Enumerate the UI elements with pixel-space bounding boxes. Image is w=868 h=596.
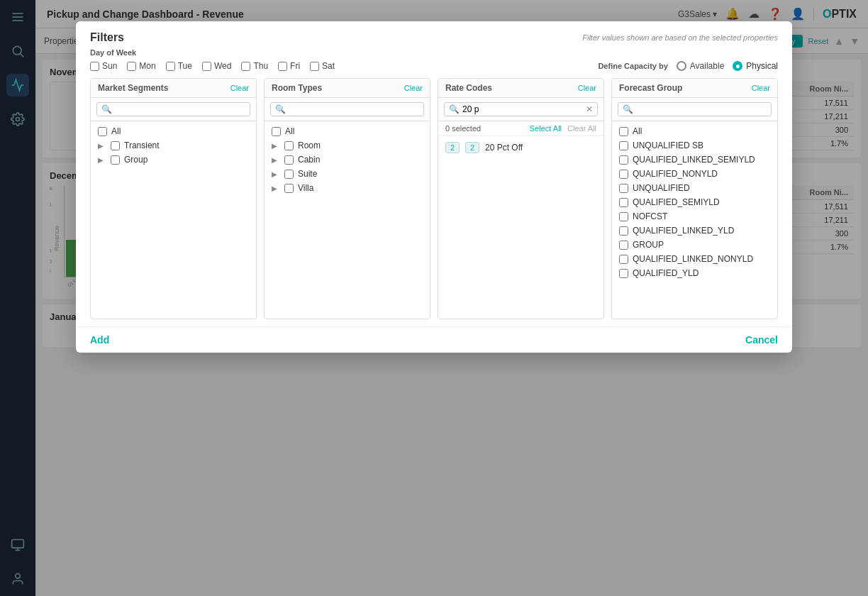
search-icon: 🔍 <box>275 104 286 114</box>
physical-radio[interactable] <box>733 61 742 71</box>
modal-hint: Filter values shown are based on the sel… <box>582 33 778 42</box>
dow-row: Sun Mon Tue Wed Thu Fri Sat Define Capac… <box>90 61 778 71</box>
room-checkbox[interactable] <box>284 141 294 150</box>
dow-sat[interactable]: Sat <box>310 61 335 71</box>
room-types-clear[interactable]: Clear <box>404 84 423 92</box>
dow-wed[interactable]: Wed <box>202 61 231 71</box>
group-checkbox[interactable] <box>111 155 120 165</box>
list-item[interactable]: NOFCST <box>612 209 777 224</box>
market-segments-search-input[interactable] <box>115 104 245 114</box>
modal-header: Filters Filter values shown are based on… <box>76 21 792 48</box>
dow-mon[interactable]: Mon <box>127 61 155 71</box>
room-types-header: Room Types Clear <box>265 79 430 98</box>
modal-title: Filters <box>90 31 124 44</box>
rate-select-all[interactable]: Select All <box>530 124 562 133</box>
list-item[interactable]: QUALIFIED_LINKED_YLD <box>612 224 777 238</box>
all-checkbox[interactable] <box>272 127 281 136</box>
list-item[interactable]: QUALIFIED_SEMIYLD <box>612 195 777 209</box>
modal-overlay: Filters Filter values shown are based on… <box>0 0 868 596</box>
wed-checkbox[interactable] <box>202 62 211 71</box>
list-item[interactable]: ▶ Group <box>91 153 256 167</box>
all-fg-checkbox[interactable] <box>619 127 628 136</box>
search-icon: 🔍 <box>101 104 112 114</box>
market-segments-panel: Market Segments Clear 🔍 All ▶ <box>90 78 257 319</box>
forecast-group-panel: Forecast Group Clear 🔍 All <box>611 78 778 319</box>
add-button[interactable]: Add <box>90 334 109 346</box>
expand-icon[interactable]: ▶ <box>272 142 280 150</box>
list-item[interactable]: All <box>265 124 430 138</box>
rate-search-clear-icon[interactable]: ✕ <box>586 104 593 114</box>
list-item[interactable]: GROUP <box>612 238 777 252</box>
all-checkbox[interactable] <box>98 127 107 136</box>
rate-codes-clear[interactable]: Clear <box>578 84 596 92</box>
list-item[interactable]: ▶ Room <box>265 138 430 153</box>
sat-checkbox[interactable] <box>310 62 319 71</box>
room-types-panel: Room Types Clear 🔍 All ▶ <box>264 78 430 319</box>
rate-codes-list: 2 2 20 Pct Off <box>438 136 603 159</box>
list-item[interactable]: 2 2 20 Pct Off <box>438 139 603 156</box>
list-item[interactable]: All <box>91 124 256 138</box>
thu-checkbox[interactable] <box>241 62 250 71</box>
list-item[interactable]: ▶ Cabin <box>265 153 430 167</box>
mon-checkbox[interactable] <box>127 62 136 71</box>
market-segments-list: All ▶ Transient ▶ Group <box>91 121 256 170</box>
list-item[interactable]: UNQUALIFIED <box>612 181 777 195</box>
rate-codes-header: Rate Codes Clear <box>438 79 603 98</box>
dow-fri[interactable]: Fri <box>278 61 300 71</box>
room-types-search-input[interactable] <box>289 104 419 114</box>
list-item[interactable]: All <box>612 124 777 138</box>
rate-name: 20 Pct Off <box>485 143 523 153</box>
rate-codes-search-input[interactable] <box>462 104 586 114</box>
capacity-label: Define Capacity by <box>598 62 667 70</box>
search-icon: 🔍 <box>449 104 460 114</box>
fri-checkbox[interactable] <box>278 62 287 71</box>
available-radio[interactable] <box>677 61 686 71</box>
list-item[interactable]: QUALIFIED_LINKED_SEMIYLD <box>612 153 777 167</box>
sun-checkbox[interactable] <box>90 62 99 71</box>
transient-checkbox[interactable] <box>111 141 120 150</box>
market-segments-clear[interactable]: Clear <box>230 84 249 92</box>
expand-icon[interactable]: ▶ <box>272 184 280 192</box>
market-segments-header: Market Segments Clear <box>91 79 256 98</box>
expand-icon[interactable]: ▶ <box>98 156 106 164</box>
cabin-checkbox[interactable] <box>284 155 294 165</box>
dow-label: Day of Week <box>90 48 778 57</box>
rate-badge: 2 <box>445 142 460 153</box>
list-item[interactable]: QUALIFIED_YLD <box>612 266 777 280</box>
tue-checkbox[interactable] <box>166 62 175 71</box>
list-item[interactable]: ▶ Suite <box>265 167 430 181</box>
modal-footer: Add Cancel <box>76 326 792 353</box>
list-item[interactable]: ▶ Transient <box>91 138 256 153</box>
day-of-week-section: Day of Week Sun Mon Tue Wed Thu Fri Sat … <box>76 48 792 78</box>
room-types-list: All ▶ Room ▶ Cabin ▶ Su <box>265 121 430 198</box>
rate-controls: 0 selected Select All Clear All <box>438 121 603 136</box>
room-types-search-area: 🔍 <box>265 98 430 121</box>
rate-selected-count: 0 selected <box>445 124 481 133</box>
filter-panels: Market Segments Clear 🔍 All ▶ <box>76 78 792 326</box>
rate-clear-all[interactable]: Clear All <box>567 124 596 133</box>
list-item[interactable]: QUALIFIED_NONYLD <box>612 167 777 181</box>
expand-icon[interactable]: ▶ <box>272 156 280 164</box>
rate-codes-search-area: 🔍 ✕ <box>438 98 603 121</box>
forecast-group-clear[interactable]: Clear <box>752 84 770 92</box>
list-item[interactable]: QUALIFIED_LINKED_NONYLD <box>612 252 777 266</box>
forecast-group-search-area: 🔍 <box>612 98 777 121</box>
search-icon: 🔍 <box>623 104 633 114</box>
expand-icon[interactable]: ▶ <box>272 170 280 178</box>
dow-tue[interactable]: Tue <box>166 61 192 71</box>
forecast-group-search-input[interactable] <box>636 104 767 114</box>
dow-sun[interactable]: Sun <box>90 61 117 71</box>
forecast-group-list: All UNQUALIFIED SB QUALIFIED_LINKED_SEMI… <box>612 121 777 283</box>
villa-checkbox[interactable] <box>284 184 294 193</box>
capacity-available[interactable]: Available <box>677 61 724 71</box>
rate-codes-panel: Rate Codes Clear 🔍 ✕ 0 selected Select A… <box>438 78 604 319</box>
cancel-button[interactable]: Cancel <box>745 334 778 346</box>
suite-checkbox[interactable] <box>284 170 294 179</box>
forecast-group-header: Forecast Group Clear <box>612 79 777 98</box>
list-item[interactable]: ▶ Villa <box>265 181 430 195</box>
list-item[interactable]: UNQUALIFIED SB <box>612 138 777 153</box>
expand-icon[interactable]: ▶ <box>98 142 106 150</box>
filters-modal: Filters Filter values shown are based on… <box>76 21 792 353</box>
capacity-physical[interactable]: Physical <box>733 61 778 71</box>
dow-thu[interactable]: Thu <box>241 61 268 71</box>
